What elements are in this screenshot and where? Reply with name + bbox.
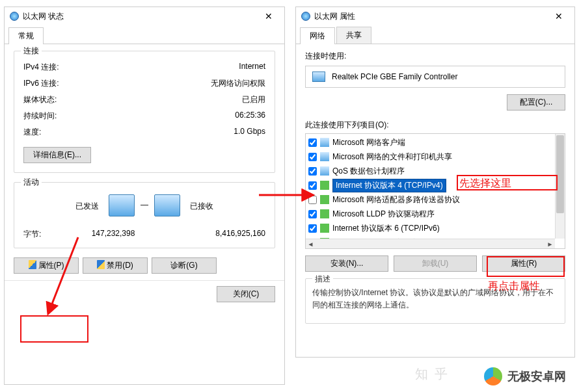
properties-window: 以太网 属性 ✕ 网络 共享 连接时使用: Realtek PCIe GBE F… [295,7,575,358]
scroll-right-icon[interactable]: ► [546,241,554,248]
scrollbar-thumb[interactable] [556,135,564,213]
details-button[interactable]: 详细信息(E)... [23,147,91,163]
uninstall-button: 卸载(U) [394,255,477,272]
network-items-list[interactable]: Microsoft 网络客户端Microsoft 网络的文件和打印机共享QoS … [305,133,565,249]
adapter-name: Realtek PCIe GBE Family Controller [332,72,457,81]
ipv6-value: 无网络访问权限 [85,78,265,89]
watermark-logo-icon [484,367,502,385]
adapter-icon [312,72,325,82]
close-button[interactable]: ✕ [258,10,279,22]
list-item[interactable]: Microsoft LLDP 协议驱动程序 [306,207,554,221]
item-checkbox[interactable] [308,181,317,190]
properties-title: 以太网 属性 [314,11,548,22]
item-checkbox[interactable] [308,196,317,204]
watermark-text: 无极安卓网 [507,369,566,384]
service-icon [320,166,329,176]
description-text: 传输控制协议/Internet 协议。该协议是默认的广域网络协议，用于在不同的相… [312,287,558,311]
bytes-label: 字节: [23,229,62,240]
duration-value: 06:25:36 [85,111,265,122]
item-label: Microsoft LLDP 协议驱动程序 [332,209,435,220]
close-button[interactable]: ✕ [548,10,569,22]
status-content: 连接 IPv4 连接: Internet IPv6 连接: 无网络访问权限 媒体… [5,44,284,280]
bytes-recv: 8,416,925,160 [164,229,265,240]
item-label: Internet 协议版本 4 (TCP/IPv4) [332,179,446,192]
bytes-row: 字节: 147,232,398 8,416,925,160 [23,226,265,242]
item-checkbox[interactable] [308,167,317,176]
ipv4-value: Internet [85,62,265,73]
service-icon [320,138,329,147]
status-title: 以太网 状态 [23,11,258,22]
item-action-buttons: 安装(N)... 卸载(U) 属性(R) [305,255,565,272]
protocol-icon [320,195,329,204]
ipv6-label: IPv6 连接: [23,78,85,89]
scroll-left-icon[interactable]: ◄ [307,241,314,248]
status-titlebar: 以太网 状态 ✕ [5,7,284,25]
list-item[interactable]: Microsoft 网络的文件和打印机共享 [306,150,554,164]
protocol-icon [320,224,329,233]
status-tabs: 常规 [5,27,284,44]
pc-icon-sent [109,194,135,216]
vertical-scrollbar[interactable] [555,134,565,239]
tab-network[interactable]: 网络 [300,27,335,44]
activity-group: 活动 已发送 — 已接收 字节: 147,232,398 8,416,925,1… [14,182,275,248]
items-heading: 此连接使用下列项目(O): [305,120,565,131]
properties-content: 连接时使用: Realtek PCIe GBE Family Controlle… [296,44,574,330]
sent-label: 已发送 [23,201,99,212]
site-watermark: 无极安卓网 [484,367,566,385]
service-icon [320,152,329,161]
item-label: Internet 协议版本 6 (TCP/IPv6) [332,223,440,234]
protocol-icon [320,209,329,218]
tab-general[interactable]: 常规 [8,27,44,44]
disable-button[interactable]: 禁用(D) [83,257,148,274]
zhihu-watermark: 知 乎 [415,365,449,383]
item-label: Microsoft 网络客户端 [332,137,405,148]
item-properties-button[interactable]: 属性(R) [482,255,565,272]
item-label: QoS 数据包计划程序 [332,166,405,177]
link-icon: — [137,200,152,209]
install-button[interactable]: 安装(N)... [305,255,388,272]
properties-tabs: 网络 共享 [296,27,574,44]
connection-group-title: 连接 [21,46,42,57]
ethernet-icon [301,12,310,21]
list-item[interactable]: Microsoft 网络客户端 [306,135,554,150]
item-checkbox[interactable] [308,210,317,218]
tab-share[interactable]: 共享 [336,27,371,44]
close-footer-button[interactable]: 关闭(C) [217,286,275,302]
speed-value: 1.0 Gbps [85,127,265,138]
shield-icon [97,260,105,269]
ethernet-icon [10,12,19,21]
item-label: Microsoft 网络适配器多路传送器协议 [332,194,460,205]
adapter-box: Realtek PCIe GBE Family Controller [305,66,565,88]
diagnose-button[interactable]: 诊断(G) [152,257,217,274]
status-footer: 关闭(C) [5,280,284,307]
item-checkbox[interactable] [308,138,317,147]
list-item[interactable]: QoS 数据包计划程序 [306,164,554,178]
ipv4-row: IPv4 连接: Internet [23,59,265,75]
properties-button[interactable]: 属性(P) [14,257,79,274]
ipv6-row: IPv6 连接: 无网络访问权限 [23,75,265,92]
protocol-icon [320,181,329,190]
shield-icon [29,260,36,269]
ipv4-label: IPv4 连接: [23,62,85,73]
list-item[interactable]: Microsoft 网络适配器多路传送器协议 [306,192,554,207]
speed-row: 速度: 1.0 Gbps [23,124,265,140]
duration-row: 持续时间: 06:25:36 [23,108,265,124]
configure-button[interactable]: 配置(C)... [507,94,565,111]
bytes-sent: 147,232,398 [62,229,164,240]
description-box: 描述 传输控制协议/Internet 协议。该协议是默认的广域网络协议，用于在不… [305,278,565,324]
status-action-buttons: 属性(P) 禁用(D) 诊断(G) [14,257,275,274]
connection-group: 连接 IPv4 连接: Internet IPv6 连接: 无网络访问权限 媒体… [14,51,275,173]
connection-uses-label: 连接时使用: [305,51,565,62]
item-label: Microsoft 网络的文件和打印机共享 [332,151,452,163]
media-value: 已启用 [85,94,265,105]
duration-label: 持续时间: [23,111,85,122]
horizontal-scrollbar[interactable]: ◄ ► [306,239,555,248]
list-item[interactable]: Internet 协议版本 4 (TCP/IPv4) [306,178,554,192]
media-label: 媒体状态: [23,94,85,105]
status-window: 以太网 状态 ✕ 常规 连接 IPv4 连接: Internet IPv6 连接… [4,7,285,385]
media-row: 媒体状态: 已启用 [23,92,265,108]
item-checkbox[interactable] [308,224,317,233]
item-checkbox[interactable] [308,153,317,161]
list-item[interactable]: Internet 协议版本 6 (TCP/IPv6) [306,221,554,235]
activity-diagram: 已发送 — 已接收 [23,194,265,218]
